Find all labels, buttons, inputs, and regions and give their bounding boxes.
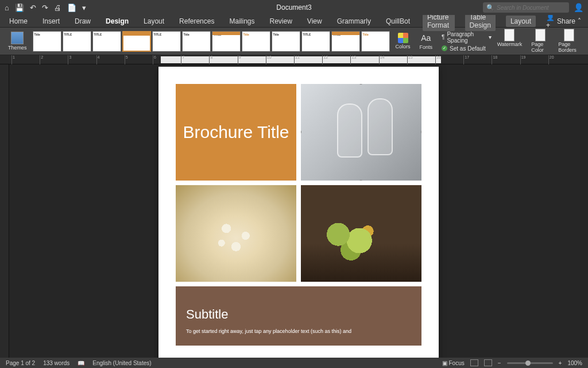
brochure-title-cell[interactable]: Brochure Title [176, 84, 296, 181]
chevron-up-icon[interactable]: ˄ [578, 17, 581, 25]
save-icon[interactable]: 💾 [15, 3, 24, 12]
tab-draw[interactable]: Draw [72, 16, 93, 26]
resize-handle-w[interactable] [301, 130, 301, 134]
fonts-button[interactable]: Aa Fonts [416, 32, 436, 50]
check-icon: ✓ [442, 45, 447, 51]
theme-thumb[interactable]: Title [182, 31, 211, 52]
search-input[interactable] [497, 5, 566, 11]
tab-home[interactable]: Home [7, 16, 30, 26]
resize-handle-ne[interactable] [421, 84, 421, 85]
share-label: Share [557, 17, 575, 25]
customize-icon[interactable]: 📄 [67, 3, 76, 12]
title-bar: ⌂ 💾 ↶ ↷ 🖨 📄 ▾ Document3 🔍 👤 [0, 0, 588, 15]
body-text[interactable]: To get started right away, just tap any … [186, 328, 411, 335]
theme-thumb-selected[interactable]: Title [122, 31, 151, 52]
selection-box [301, 84, 421, 181]
status-bar: Page 1 of 2 133 words 📖 English (United … [0, 358, 588, 368]
canvas[interactable]: Brochure Title [9, 64, 588, 358]
tab-references[interactable]: References [177, 16, 216, 26]
page-color-icon [535, 29, 546, 41]
theme-thumb[interactable]: TITLE [152, 31, 181, 52]
theme-thumb[interactable]: Title [242, 31, 270, 52]
tab-mailings[interactable]: Mailings [227, 16, 257, 26]
page-background-group: Watermark Page Color Page Borders [494, 29, 583, 53]
theme-thumb[interactable]: TITLE [212, 31, 241, 52]
page-borders-icon [564, 29, 574, 41]
resize-handle-e[interactable] [421, 130, 421, 134]
fonts-icon: Aa [420, 32, 432, 44]
view-web-layout[interactable] [484, 359, 492, 366]
set-default-button[interactable]: ✓ Set as Default [442, 45, 492, 52]
watermark-button[interactable]: Watermark [494, 29, 526, 53]
zoom-out[interactable]: − [498, 360, 501, 366]
resize-handle-sw[interactable] [301, 180, 301, 181]
image-wine-glasses[interactable] [301, 84, 421, 181]
brochure-title-text[interactable]: Brochure Title [183, 122, 289, 143]
theme-thumb[interactable]: TITLE [92, 31, 121, 52]
page-color-button[interactable]: Page Color [528, 29, 552, 53]
tab-grammarly[interactable]: Grammarly [335, 16, 373, 26]
horizontal-ruler[interactable]: 1234567891011121314151617181920 [0, 55, 588, 64]
tab-layout[interactable]: Layout [141, 16, 167, 26]
resize-handle-n[interactable] [359, 84, 363, 85]
quick-access-toolbar: ⌂ 💾 ↶ ↷ 🖨 📄 ▾ [5, 3, 86, 12]
ribbon: Themes Title TITLE TITLE Title TITLE Tit… [0, 28, 588, 55]
view-print-layout[interactable] [470, 359, 478, 366]
page-indicator[interactable]: Page 1 of 2 [6, 360, 35, 366]
focus-mode[interactable]: ▣ Focus [442, 360, 465, 366]
themes-icon [11, 32, 24, 44]
theme-thumb[interactable]: Title [33, 31, 61, 52]
colors-icon [398, 33, 408, 43]
zoom-slider[interactable] [507, 362, 553, 364]
resize-handle-nw[interactable] [301, 84, 301, 85]
zoom-level[interactable]: 100% [567, 360, 582, 366]
paragraph-spacing-button[interactable]: ¶ Paragraph Spacing ▾ [442, 31, 492, 44]
theme-thumb[interactable]: TITLE [331, 31, 360, 52]
ribbon-tabs: Home Insert Draw Design Layout Reference… [0, 15, 588, 28]
tab-design[interactable]: Design [103, 16, 131, 26]
tab-review[interactable]: Review [267, 16, 294, 26]
undo-icon[interactable]: ↶ [30, 3, 36, 12]
language-indicator[interactable]: English (United States) [92, 360, 151, 366]
dropdown-icon[interactable]: ▾ [82, 3, 86, 12]
tab-view[interactable]: View [305, 16, 324, 26]
theme-thumb[interactable]: Title [361, 31, 390, 52]
share-button[interactable]: 👤+ Share ˄ [546, 13, 581, 29]
image-salad-dish[interactable] [301, 185, 421, 282]
tab-quillbot[interactable]: QuillBot [384, 16, 412, 26]
word-count[interactable]: 133 words [43, 360, 69, 366]
theme-thumb[interactable]: TITLE [301, 31, 330, 52]
user-icon[interactable]: 👤 [574, 3, 583, 12]
theme-thumb[interactable]: Title [272, 31, 300, 52]
search-box[interactable]: 🔍 [483, 2, 569, 13]
watermark-icon [504, 29, 514, 41]
resize-handle-s[interactable] [359, 180, 363, 181]
zoom-in[interactable]: + [559, 360, 562, 366]
themes-label: Themes [8, 45, 27, 51]
colors-button[interactable]: Colors [392, 33, 414, 49]
tab-table-layout[interactable]: Layout [506, 16, 536, 27]
print-icon[interactable]: 🖨 [54, 3, 61, 12]
tab-insert[interactable]: Insert [40, 16, 62, 26]
redo-icon[interactable]: ↷ [42, 3, 48, 12]
paragraph-icon: ¶ [442, 34, 444, 40]
themes-button[interactable]: Themes [5, 32, 30, 51]
home-icon[interactable]: ⌂ [5, 3, 9, 12]
chevron-down-icon: ▾ [489, 34, 492, 40]
zoom-thumb[interactable] [525, 361, 531, 366]
spacing-group: ¶ Paragraph Spacing ▾ ✓ Set as Default [442, 31, 492, 52]
spellcheck-icon[interactable]: 📖 [78, 360, 84, 366]
theme-thumb[interactable]: TITLE [63, 31, 91, 52]
document-area: Brochure Title [0, 64, 588, 358]
page-borders-button[interactable]: Page Borders [555, 29, 583, 53]
subtitle-cell[interactable]: Subtitle To get started right away, just… [176, 286, 421, 346]
share-icon: 👤+ [546, 13, 555, 29]
page[interactable]: Brochure Title [158, 67, 439, 358]
document-title: Document3 [276, 3, 311, 12]
vertical-ruler[interactable] [0, 64, 9, 358]
document-formatting-gallery: Title TITLE TITLE Title TITLE Title TITL… [33, 31, 390, 52]
resize-handle-se[interactable] [421, 180, 421, 181]
image-pasta-dish[interactable] [176, 185, 296, 282]
search-icon: 🔍 [486, 4, 494, 12]
subtitle-text[interactable]: Subtitle [186, 307, 411, 322]
